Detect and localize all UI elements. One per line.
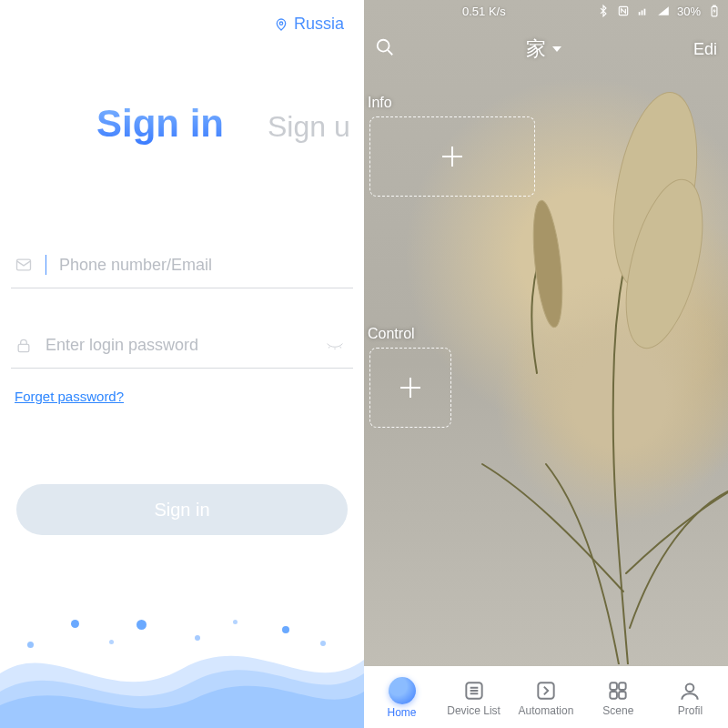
- lock-icon: [15, 337, 33, 355]
- bottom-nav: Home Device List Automation Scene Profil: [364, 666, 728, 728]
- signin-screen: Russia Sign in Sign u Forget password? S…: [0, 0, 364, 728]
- eye-closed-icon[interactable]: [326, 337, 344, 355]
- nav-profile-label: Profil: [678, 704, 703, 717]
- svg-point-19: [686, 683, 694, 692]
- nav-automation[interactable]: Automation: [519, 679, 574, 717]
- country-selector[interactable]: Russia: [274, 15, 344, 34]
- signal-4g-icon: [637, 5, 650, 17]
- signal-bars-icon: [657, 5, 670, 17]
- profile-icon: [678, 679, 702, 703]
- password-input[interactable]: [46, 336, 313, 355]
- auth-tabs: Sign in Sign u: [0, 102, 364, 146]
- tab-signin[interactable]: Sign in: [96, 102, 224, 146]
- battery-charging-icon: [708, 5, 721, 17]
- add-control-card[interactable]: [369, 348, 451, 428]
- email-input[interactable]: [59, 256, 349, 275]
- bluetooth-icon: [597, 5, 610, 17]
- svg-rect-18: [619, 692, 626, 699]
- home-icon: [389, 677, 416, 704]
- forgot-password-link[interactable]: Forget password?: [15, 389, 124, 404]
- section-control-label: Control: [368, 326, 415, 342]
- country-label: Russia: [294, 15, 344, 34]
- svg-rect-17: [611, 692, 618, 699]
- svg-rect-2: [18, 344, 29, 351]
- svg-rect-11: [713, 5, 715, 6]
- battery-percent: 30%: [677, 5, 701, 18]
- search-icon: [375, 37, 395, 57]
- nav-device-list-label: Device List: [447, 704, 500, 717]
- nav-scene-label: Scene: [602, 704, 633, 717]
- svg-rect-14: [538, 682, 553, 698]
- svg-rect-15: [611, 682, 618, 690]
- nav-home[interactable]: Home: [375, 677, 430, 719]
- edit-button[interactable]: Edi: [693, 40, 717, 59]
- location-pin-icon: [274, 16, 288, 33]
- envelope-icon: [15, 256, 33, 274]
- list-icon: [462, 679, 486, 703]
- plus-icon: [400, 378, 420, 398]
- plus-icon: [442, 147, 462, 167]
- automation-icon: [534, 679, 558, 703]
- add-info-card[interactable]: [369, 116, 535, 197]
- signin-button[interactable]: Sign in: [16, 484, 348, 535]
- network-speed: 0.51 K/s: [462, 5, 506, 18]
- svg-rect-16: [619, 682, 626, 690]
- nav-automation-label: Automation: [519, 704, 574, 717]
- nav-profile[interactable]: Profil: [662, 679, 717, 717]
- svg-rect-9: [644, 9, 646, 15]
- caret-down-icon: [551, 44, 562, 55]
- home-screen: 0.51 K/s 30% 家 Edi Info Control: [364, 0, 728, 728]
- nav-device-list[interactable]: Device List: [447, 679, 501, 717]
- home-title-label: 家: [526, 35, 546, 63]
- email-field-row: [11, 244, 353, 288]
- svg-rect-7: [639, 12, 641, 15]
- svg-rect-1: [17, 259, 31, 270]
- nfc-icon: [617, 5, 630, 17]
- signin-form: Forget password?: [11, 244, 353, 405]
- section-info-label: Info: [368, 95, 392, 111]
- app-top-bar: 家 Edi: [364, 29, 728, 69]
- nav-home-label: Home: [388, 706, 417, 719]
- scene-icon: [606, 679, 630, 703]
- password-field-row: [11, 325, 353, 369]
- home-title-dropdown[interactable]: 家: [526, 35, 562, 63]
- svg-rect-8: [642, 10, 643, 15]
- search-button[interactable]: [375, 37, 395, 61]
- nav-scene[interactable]: Scene: [591, 679, 645, 717]
- android-status-bar: 0.51 K/s 30%: [364, 0, 728, 22]
- svg-point-12: [378, 40, 389, 52]
- tab-signup[interactable]: Sign u: [268, 110, 350, 144]
- decorative-waves: [0, 619, 364, 728]
- svg-point-0: [279, 22, 282, 25]
- text-caret: [46, 255, 46, 275]
